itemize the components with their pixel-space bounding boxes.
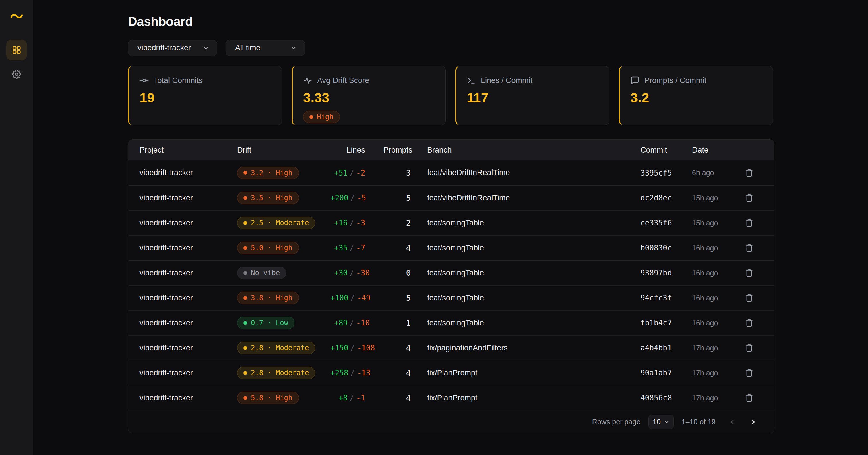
- table-row: vibedrift-tracker 5.8 · High +8 / -1 4 f…: [128, 385, 774, 410]
- time-range-select-value: All time: [235, 44, 260, 52]
- status-badge: High: [303, 111, 340, 123]
- lines-cell: +35 / -7: [330, 244, 383, 252]
- delete-row-button[interactable]: [743, 241, 756, 255]
- stat-label: Prompts / Commit: [644, 76, 706, 85]
- stat-card-lines-per-commit: Lines / Commit 117: [455, 66, 609, 125]
- date-cell: 17h ago: [692, 344, 735, 352]
- branch-cell: fix/PlanPrompt: [427, 394, 640, 402]
- project-select[interactable]: vibedrift-tracker: [128, 40, 217, 56]
- drift-dot: [243, 171, 247, 175]
- sidebar-item-settings[interactable]: [6, 64, 27, 84]
- col-header-prompts: Prompts: [383, 146, 427, 154]
- message-square-icon: [630, 76, 640, 85]
- branch-cell: feat/sortingTable: [427, 219, 640, 227]
- lines-removed: -3: [356, 219, 383, 227]
- delete-row-button[interactable]: [743, 366, 756, 379]
- lines-added: +8: [330, 394, 348, 402]
- lines-cell: +51 / -2: [330, 169, 383, 177]
- time-range-select[interactable]: All time: [226, 40, 305, 56]
- page-size-select[interactable]: 10: [648, 415, 674, 429]
- drift-badge: No vibe: [237, 266, 286, 279]
- delete-row-button[interactable]: [743, 216, 756, 229]
- drift-dot: [243, 321, 247, 325]
- project-cell: vibedrift-tracker: [140, 293, 237, 303]
- pagination-range: 1–10 of 19: [682, 418, 716, 426]
- date-cell: 15h ago: [692, 219, 735, 227]
- lines-separator: /: [348, 369, 357, 377]
- prompts-cell: 4: [383, 394, 427, 402]
- branch-cell: feat/vibeDriftInRealTime: [427, 168, 640, 177]
- drift-badge: 0.7 · Low: [237, 317, 294, 329]
- filter-bar: vibedrift-tracker All time: [128, 40, 774, 56]
- commit-cell: 94cfc3f: [640, 293, 692, 302]
- prompts-cell: 4: [383, 369, 427, 377]
- git-commit-icon: [140, 76, 149, 85]
- gear-icon: [12, 69, 21, 79]
- drift-cell: 3.5 · High: [237, 192, 330, 204]
- lines-removed: -13: [357, 369, 384, 377]
- project-cell: vibedrift-tracker: [140, 168, 237, 177]
- delete-row-button[interactable]: [743, 341, 756, 354]
- prompts-cell: 5: [383, 293, 427, 303]
- next-page-button[interactable]: [748, 416, 759, 428]
- lines-added: +51: [330, 169, 348, 177]
- lines-cell: +8 / -1: [330, 394, 383, 402]
- lines-added: +258: [330, 369, 348, 377]
- drift-cell: 5.0 · High: [237, 241, 330, 254]
- commit-cell: a4b4bb1: [640, 344, 692, 352]
- commit-cell: fb1b4c7: [640, 318, 692, 327]
- lines-cell: +16 / -3: [330, 219, 383, 227]
- lines-cell: +100 / -49: [330, 293, 383, 302]
- branch-cell: feat/sortingTable: [427, 244, 640, 253]
- stat-value: 3.2: [630, 90, 763, 106]
- drift-cell: 3.8 · High: [237, 291, 330, 304]
- drift-dot: [243, 371, 247, 375]
- drift-badge: 3.8 · High: [237, 291, 299, 304]
- delete-row-button[interactable]: [743, 391, 756, 404]
- table-row: vibedrift-tracker 2.5 · Moderate +16 / -…: [128, 210, 774, 235]
- drift-cell: 2.8 · Moderate: [237, 367, 330, 379]
- activity-icon: [303, 76, 312, 85]
- stat-card-prompts-per-commit: Prompts / Commit 3.2: [619, 66, 773, 125]
- lines-added: +35: [330, 244, 348, 252]
- project-cell: vibedrift-tracker: [140, 369, 237, 377]
- status-dot: [309, 115, 313, 119]
- drift-cell: 2.8 · Moderate: [237, 342, 330, 354]
- delete-row-button[interactable]: [743, 266, 756, 280]
- lines-separator: /: [348, 244, 356, 252]
- col-header-commit: Commit: [640, 146, 692, 154]
- delete-row-button[interactable]: [743, 291, 756, 305]
- prev-page-button[interactable]: [726, 416, 738, 428]
- stat-value: 117: [467, 90, 599, 106]
- col-header-lines: Lines: [330, 146, 383, 154]
- chevron-down-icon: [664, 419, 670, 425]
- project-cell: vibedrift-tracker: [140, 268, 237, 278]
- prompts-cell: 5: [383, 194, 427, 202]
- drift-dot: [243, 271, 247, 275]
- table-row: vibedrift-tracker 3.5 · High +200 / -5 5…: [128, 185, 774, 210]
- delete-row-button[interactable]: [743, 166, 756, 179]
- delete-row-button[interactable]: [743, 191, 756, 204]
- commit-cell: 93897bd: [640, 268, 692, 277]
- page-size-value: 10: [653, 418, 661, 426]
- stat-cards: Total Commits 19 Avg Drift Score 3.33 Hi…: [128, 66, 774, 125]
- stat-label: Total Commits: [154, 76, 203, 85]
- lines-removed: -10: [356, 318, 383, 327]
- col-header-drift: Drift: [237, 146, 330, 154]
- drift-cell: 3.2 · High: [237, 167, 330, 179]
- col-header-project: Project: [140, 146, 237, 154]
- date-cell: 16h ago: [692, 269, 735, 277]
- sidebar-item-dashboard[interactable]: [6, 40, 27, 60]
- drift-dot: [243, 296, 247, 300]
- stat-label: Lines / Commit: [481, 76, 532, 85]
- lines-cell: +200 / -5: [330, 194, 383, 202]
- table-header: Project Drift Lines Prompts Branch Commi…: [128, 140, 774, 160]
- lines-separator: /: [348, 318, 356, 327]
- drift-dot: [243, 196, 247, 200]
- delete-row-button[interactable]: [743, 316, 756, 330]
- project-cell: vibedrift-tracker: [140, 394, 237, 402]
- drift-badge: 5.8 · High: [237, 392, 299, 404]
- lines-added: +200: [330, 194, 348, 202]
- lines-separator: /: [348, 169, 356, 177]
- project-select-value: vibedrift-tracker: [137, 44, 191, 52]
